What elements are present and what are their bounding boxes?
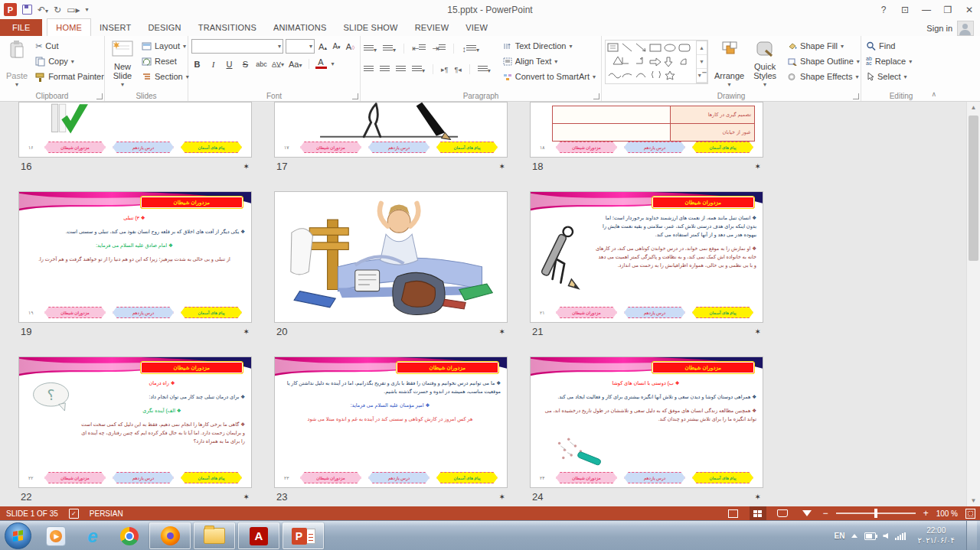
align-right-button[interactable] [396, 66, 406, 73]
sign-in[interactable]: Sign in [926, 21, 980, 36]
bold-button[interactable]: B [191, 60, 203, 69]
decrease-font-size-button[interactable]: A▾ [331, 42, 342, 50]
convert-to-smartart-button[interactable]: Convert to SmartArt▾ [501, 69, 597, 84]
restore-icon[interactable]: ❐ [937, 0, 959, 19]
line-spacing-button[interactable]: ↕▾ [462, 44, 479, 54]
replace-button[interactable]: abacReplace▾ [864, 54, 913, 69]
shapes-scroll-down-icon[interactable]: ▼ [697, 55, 707, 69]
zoom-slider[interactable] [836, 513, 916, 514]
select-button[interactable]: Select▾ [864, 69, 913, 84]
tab-home[interactable]: HOME [47, 18, 91, 36]
zoom-level[interactable]: 100 % [936, 509, 958, 518]
slide-thumbnail[interactable]: مزدوران شیطان❖ انسان تنبل مانند همه، از … [530, 191, 763, 323]
clock[interactable]: 22:00 ۲۰۲۱/۰۶/۰۴ [913, 526, 959, 545]
shape-fill-button[interactable]: Shape Fill▾ [786, 38, 861, 54]
ltr-text-button[interactable]: ▸¶ [441, 66, 448, 73]
tab-view[interactable]: VIEW [457, 19, 496, 36]
clipboard-dialog-launcher[interactable] [96, 93, 103, 99]
tab-design[interactable]: DESIGN [139, 19, 189, 36]
underline-button[interactable]: U [224, 60, 235, 69]
zoom-slider-thumb[interactable] [874, 509, 877, 518]
quick-styles-button[interactable]: Quick Styles▾ [750, 38, 779, 90]
bullets-button[interactable]: ▾ [364, 44, 377, 54]
numbering-button[interactable]: ▾ [383, 44, 396, 54]
decrease-indent-button[interactable]: ⇤ [412, 44, 426, 54]
tab-slide-show[interactable]: SLIDE SHOW [335, 19, 407, 36]
italic-button[interactable]: I [207, 60, 219, 69]
show-desktop-button[interactable] [966, 521, 977, 550]
slide-thumbnail[interactable]: تصمیم گیری در کارهاعبور از خیابانمزدوران… [530, 102, 763, 158]
justify-button[interactable]: ▾ [412, 65, 425, 74]
slide-thumbnail[interactable]: مزدوران شیطان❖ ۳) تنبلی❖ یکی دیگر از آفت… [18, 191, 252, 323]
change-case-button[interactable]: Aa▾ [289, 60, 302, 69]
increase-font-size-button[interactable]: A▴ [317, 42, 328, 51]
start-from-beginning-icon[interactable]: ▭▸ [67, 5, 80, 15]
taskbar-app-firefox[interactable] [149, 522, 191, 549]
strikethrough-button[interactable]: S [240, 60, 251, 69]
zoom-out-button[interactable]: − [823, 509, 828, 518]
language-indicator[interactable]: PERSIAN [90, 509, 123, 518]
help-icon[interactable]: ? [873, 0, 894, 19]
slide-thumbnail[interactable]: مزدوران شیطان❖ ما می توانیم درس نخوانیم … [274, 356, 508, 488]
fit-slide-to-window-icon[interactable] [965, 509, 975, 519]
slide-sorter-view-button[interactable] [750, 506, 766, 520]
slide-thumbnail[interactable]: مزدوران شیطان❖ ب) دوستی با انسان های کوش… [530, 356, 763, 488]
find-button[interactable]: Find [864, 38, 913, 54]
network-signal-icon[interactable] [895, 532, 906, 540]
battery-icon[interactable] [864, 532, 876, 540]
taskbar-app-adobe-reader[interactable]: A [238, 522, 279, 549]
paragraph-dialog-launcher[interactable] [593, 93, 599, 99]
scroll-down-icon[interactable]: ▼ [967, 495, 980, 506]
drawing-dialog-launcher[interactable] [853, 93, 859, 99]
text-direction-button[interactable]: Text Direction▾ [501, 38, 597, 54]
tab-file[interactable]: FILE [0, 19, 42, 36]
slide-thumbnail[interactable] [274, 191, 508, 323]
taskbar-app-chrome[interactable] [113, 523, 146, 548]
character-spacing-button[interactable]: A̲V̲▾ [272, 60, 284, 68]
shape-outline-button[interactable]: Shape Outline▾ [786, 54, 861, 69]
clear-formatting-button[interactable]: A◊ [345, 42, 356, 51]
taskbar-app-file-explorer[interactable] [194, 522, 235, 549]
close-icon[interactable]: ✕ [959, 0, 980, 19]
input-language-indicator[interactable]: EN [835, 532, 845, 540]
reset-button[interactable]: Reset [140, 54, 191, 69]
increase-indent-button[interactable]: ⇥ [432, 44, 446, 54]
copy-button[interactable]: Copy▾ [34, 54, 106, 69]
redo-icon[interactable]: ↻ [54, 5, 61, 15]
text-shadow-button[interactable]: abc [256, 60, 267, 68]
font-color-button[interactable]: A [315, 59, 327, 69]
taskbar-app-powerpoint[interactable]: P [283, 522, 324, 549]
format-painter-button[interactable]: Format Painter [34, 69, 106, 84]
reading-view-button[interactable] [774, 506, 791, 520]
save-icon[interactable] [22, 5, 32, 15]
slide-show-button[interactable] [799, 506, 815, 520]
taskbar-app-internet-explorer[interactable]: e [76, 523, 109, 548]
section-button[interactable]: Section▾ [140, 69, 191, 84]
powerpoint-app-icon[interactable]: P [4, 3, 17, 16]
collapse-ribbon-icon[interactable]: ∧ [931, 90, 936, 98]
font-name-combo[interactable]: ▾ [191, 39, 283, 54]
ribbon-display-options-icon[interactable]: ⊡ [894, 0, 916, 19]
start-button[interactable] [5, 522, 31, 549]
tab-insert[interactable]: INSERT [91, 19, 139, 36]
scroll-up-icon[interactable]: ▲ [967, 102, 980, 113]
tab-transitions[interactable]: TRANSITIONS [190, 19, 265, 36]
align-left-button[interactable] [364, 66, 374, 73]
tab-animations[interactable]: ANIMATIONS [265, 19, 335, 36]
normal-view-button[interactable] [725, 506, 742, 520]
shapes-gallery-scrollbar[interactable]: ▲▼▼▔ [696, 41, 707, 83]
shapes-gallery[interactable]: ▲▼▼▔ [605, 40, 708, 84]
spell-check-icon[interactable]: ✓ [69, 509, 79, 519]
layout-button[interactable]: Layout▾ [140, 38, 191, 54]
taskbar-app-media-player[interactable]: ▶ [39, 523, 73, 548]
shapes-more-icon[interactable]: ▼▔ [697, 69, 707, 83]
show-hidden-icons[interactable] [851, 534, 858, 538]
tab-review[interactable]: REVIEW [407, 19, 458, 36]
vertical-scrollbar[interactable]: ▲ ▼ [966, 102, 980, 506]
minimize-icon[interactable]: — [916, 0, 937, 19]
rtl-text-button[interactable]: ¶◂ [454, 66, 461, 73]
zoom-in-button[interactable]: + [923, 509, 929, 518]
font-color-caret[interactable]: ▾ [332, 60, 335, 67]
undo-icon[interactable]: ↶▾ [38, 5, 48, 15]
font-size-combo[interactable]: ▾ [286, 39, 315, 54]
